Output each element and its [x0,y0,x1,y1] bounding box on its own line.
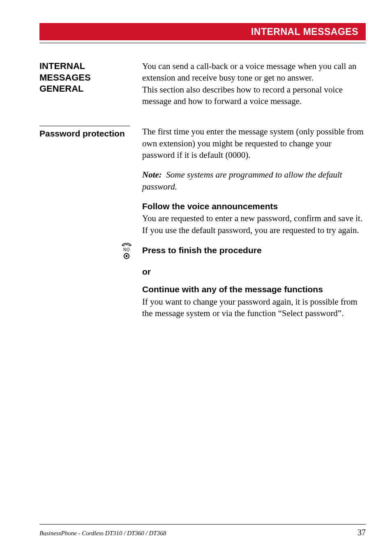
section-password-body: The first time you enter the message sys… [142,126,366,161]
circle-dot-icon [123,253,130,259]
note-row: Note: Some systems are programmed to all… [39,169,366,192]
section-password-left: Password protection [39,126,142,139]
section-general-body: You can send a call-back or a voice mess… [142,60,366,107]
svg-point-1 [126,255,128,257]
handset-icon [121,241,132,247]
note-text: Note: Some systems are programmed to all… [142,169,366,192]
or-text: or [142,266,366,277]
footer-page-number: 37 [357,528,366,537]
section-general: INTERNAL MESSAGES GENERAL You can send a… [39,60,366,107]
continue-body: If you want to change your password agai… [142,296,366,319]
continue-right: Continue with any of the message functio… [142,284,366,319]
press-right: Press to finish the procedure [142,245,366,256]
follow-row: Follow the voice announcements You are r… [39,201,366,236]
follow-body: You are requested to enter a new passwor… [142,213,366,236]
hangup-icon: NO [121,241,132,259]
no-label: NO [123,247,130,252]
section-password: Password protection The first time you e… [39,126,366,161]
note-body: Some systems are programmed to allow the… [142,170,342,191]
press-text: Press to finish the procedure [142,245,366,256]
header-rule [39,43,366,43]
page-footer: BusinessPhone - Cordless DT310 / DT360 /… [39,524,366,537]
continue-row: Continue with any of the message functio… [39,284,366,319]
heading-general: GENERAL [39,83,136,95]
section-general-left: INTERNAL MESSAGES GENERAL [39,60,142,95]
footer-product: BusinessPhone - Cordless DT310 / DT360 /… [39,530,166,537]
or-row: or [39,266,366,277]
or-right: or [142,266,366,277]
heading-password-protection: Password protection [39,129,136,139]
header-banner: INTERNAL MESSAGES [39,23,366,40]
continue-heading: Continue with any of the message functio… [142,284,366,295]
section-divider [39,126,130,126]
note-label: Note: [142,170,162,180]
press-row: NO Press to finish the procedure [39,241,366,259]
heading-internal-messages: INTERNAL MESSAGES [39,60,136,83]
page-container: INTERNAL MESSAGES INTERNAL MESSAGES GENE… [0,0,392,319]
banner-title: INTERNAL MESSAGES [251,26,358,37]
follow-heading: Follow the voice announcements [142,201,366,212]
content-area: INTERNAL MESSAGES GENERAL You can send a… [39,60,366,319]
icon-column: NO [39,241,142,259]
follow-right: Follow the voice announcements You are r… [142,201,366,236]
